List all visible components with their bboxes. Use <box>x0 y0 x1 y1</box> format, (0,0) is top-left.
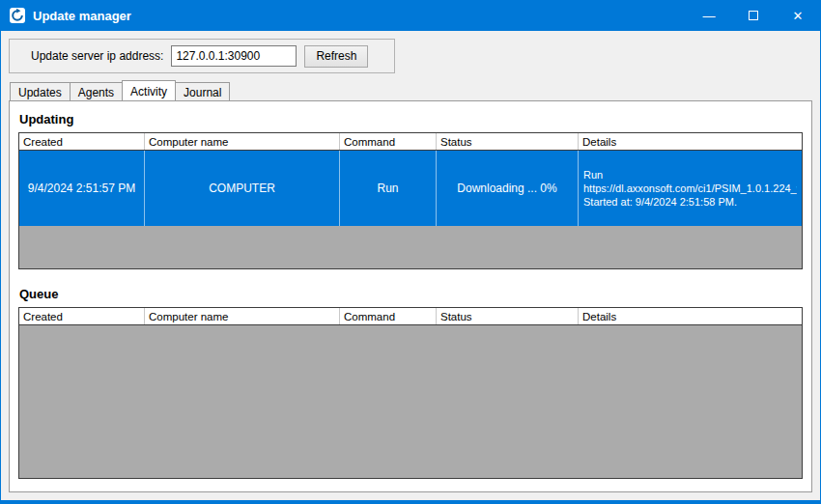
window-controls: — ✕ <box>687 0 820 31</box>
cell-details: Runhttps://dl.axxonsoft.com/ci1/PSIM_1.0… <box>579 151 802 226</box>
cell-created: 9/4/2024 2:51:57 PM <box>19 151 145 226</box>
maximize-icon <box>749 11 758 20</box>
column-header-computer-name[interactable]: Computer name <box>145 308 340 324</box>
tab-updates[interactable]: Updates <box>10 82 71 100</box>
updating-table-header: CreatedComputer nameCommandStatusDetails <box>19 133 802 151</box>
window-title: Update manager <box>33 9 687 23</box>
column-header-details[interactable]: Details <box>579 308 802 324</box>
column-header-created[interactable]: Created <box>19 308 145 324</box>
column-header-command[interactable]: Command <box>340 133 437 150</box>
server-ip-input[interactable] <box>171 45 297 67</box>
column-header-status[interactable]: Status <box>437 308 579 324</box>
queue-section-title: Queue <box>19 287 803 301</box>
app-logo-icon <box>9 7 26 24</box>
queue-table-body <box>19 325 802 478</box>
column-header-created[interactable]: Created <box>19 133 145 150</box>
queue-table: CreatedComputer nameCommandStatusDetails <box>18 307 803 479</box>
server-ip-label: Update server ip address: <box>31 49 163 63</box>
column-header-details[interactable]: Details <box>579 133 802 150</box>
cell-status: Downloading ... 0% <box>437 151 579 226</box>
server-address-panel: Update server ip address: Refresh <box>9 39 395 73</box>
column-header-computer-name[interactable]: Computer name <box>145 133 340 150</box>
column-header-status[interactable]: Status <box>437 133 579 150</box>
titlebar: Update manager — ✕ <box>1 0 820 31</box>
cell-computer-name: COMPUTER <box>145 151 340 226</box>
minimize-button[interactable]: — <box>687 0 731 31</box>
minimize-icon: — <box>703 9 716 23</box>
tab-agents[interactable]: Agents <box>70 82 123 100</box>
column-header-command[interactable]: Command <box>340 308 437 324</box>
updating-section-title: Updating <box>19 112 803 126</box>
window-content: Update server ip address: Refresh Update… <box>1 31 820 500</box>
tab-journal[interactable]: Journal <box>175 82 230 100</box>
queue-table-header: CreatedComputer nameCommandStatusDetails <box>19 308 802 325</box>
tab-activity[interactable]: Activity <box>122 80 176 100</box>
refresh-button[interactable]: Refresh <box>304 45 368 68</box>
update-manager-window: Update manager — ✕ Update server ip addr… <box>0 0 821 504</box>
cell-command: Run <box>340 151 437 226</box>
updating-table: CreatedComputer nameCommandStatusDetails… <box>18 132 803 269</box>
close-icon: ✕ <box>793 9 804 23</box>
close-button[interactable]: ✕ <box>776 0 820 31</box>
activity-tab-panel: Updating CreatedComputer nameCommandStat… <box>9 100 812 492</box>
table-row[interactable]: 9/4/2024 2:51:57 PMCOMPUTERRunDownloadin… <box>19 151 802 226</box>
maximize-button[interactable] <box>731 0 776 31</box>
tab-strip: UpdatesAgentsActivityJournal <box>10 82 812 100</box>
updating-table-body: 9/4/2024 2:51:57 PMCOMPUTERRunDownloadin… <box>19 151 802 268</box>
